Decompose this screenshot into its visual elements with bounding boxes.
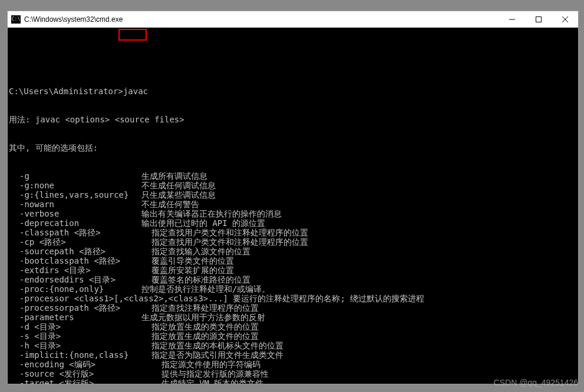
option-line: -extdirs <目录> 覆盖所安装扩展的位置: [9, 265, 577, 275]
option-line: -nowarn不生成任何警告: [9, 200, 577, 209]
option-name: -processorpath <路径>: [9, 303, 141, 313]
minimize-button[interactable]: [499, 11, 525, 27]
option-line: -parameters生成元数据以用于方法参数的反射: [9, 313, 577, 322]
window-title: C:\Windows\system32\cmd.exe: [24, 15, 499, 24]
prompt-line: C:\Users\Administrator>javac: [9, 87, 577, 96]
app-icon: C:\: [11, 15, 21, 24]
option-line: -endorseddirs <目录> 覆盖签名的标准路径的位置: [9, 275, 577, 284]
option-desc: 指定放置生成的源文件的位置: [141, 331, 259, 341]
option-name: -proc:{none,only}: [9, 284, 141, 294]
watermark-text: CSDN @qq_49251426: [494, 378, 578, 387]
option-line: -deprecation输出使用已过时的 API 的源位置: [9, 218, 577, 228]
option-name: -verbose: [9, 209, 141, 218]
option-line: -s <目录> 指定放置生成的源文件的位置: [9, 331, 577, 341]
option-name: -endorseddirs <目录>: [9, 275, 141, 284]
option-name: -implicit:{none,class}: [9, 350, 141, 360]
option-name: -sourcepath <路径>: [9, 247, 141, 256]
blank-line: [9, 58, 577, 68]
option-line: -target <发行版> 生成特定 VM 版本的类文件: [9, 378, 577, 384]
option-desc: 输出有关编译器正在执行的操作的消息: [141, 209, 282, 218]
option-line: -cp <路径> 指定查找用户类文件和注释处理程序的位置: [9, 237, 577, 247]
option-name: -cp <路径>: [9, 237, 141, 247]
option-desc: 指定查找输入源文件的位置: [141, 247, 250, 256]
option-desc: 生成元数据以用于方法参数的反射: [141, 313, 265, 322]
option-name: -deprecation: [9, 218, 141, 228]
command-text: javac: [123, 87, 148, 96]
option-desc: 控制是否执行注释处理和/或编译。: [141, 284, 270, 294]
option-name: -target <发行版>: [9, 378, 141, 384]
option-line: -d <目录> 指定放置生成的类文件的位置: [9, 322, 577, 331]
option-desc: 指定查找用户类文件和注释处理程序的位置: [141, 228, 308, 237]
option-name: -nowarn: [9, 200, 141, 209]
window-controls: [499, 11, 578, 27]
option-name: -d <目录>: [9, 322, 141, 331]
option-name: -classpath <路径>: [9, 228, 141, 237]
option-name: -bootclasspath <路径>: [9, 256, 141, 265]
option-line: -processorpath <路径> 指定查找注释处理程序的位置: [9, 303, 577, 313]
option-name: -g: [9, 171, 141, 181]
option-name: -g:none: [9, 181, 141, 190]
option-line: -sourcepath <路径> 指定查找输入源文件的位置: [9, 247, 577, 256]
option-name: -encoding <编码>: [9, 360, 141, 369]
usage-line: 用法: javac <options> <source files>: [9, 115, 577, 124]
option-text: -processor <class1>[,<class2>,<class3>..…: [9, 294, 424, 303]
option-line: -g:{lines,vars,source}只生成某些调试信息: [9, 190, 577, 200]
option-line: -bootclasspath <路径> 覆盖引导类文件的位置: [9, 256, 577, 265]
titlebar[interactable]: C:\ C:\Windows\system32\cmd.exe: [8, 11, 578, 28]
option-desc: 只生成某些调试信息: [141, 190, 216, 200]
option-desc: 指定是否为隐式引用文件生成类文件: [141, 350, 283, 360]
option-desc: 提供与指定发行版的源兼容性: [141, 369, 269, 378]
option-name: -source <发行版>: [9, 369, 141, 378]
option-desc: 覆盖引导类文件的位置: [141, 256, 234, 265]
option-line: -h <目录> 指定放置生成的本机标头文件的位置: [9, 341, 577, 350]
option-desc: 输出使用已过时的 API 的源位置: [141, 218, 265, 228]
prompt-text: C:\Users\Administrator>: [9, 87, 123, 96]
option-line: -proc:{none,only}控制是否执行注释处理和/或编译。: [9, 284, 577, 294]
option-line: -verbose输出有关编译器正在执行的操作的消息: [9, 209, 577, 218]
option-desc: 不生成任何调试信息: [141, 181, 216, 190]
options-list: -g生成所有调试信息-g:none不生成任何调试信息-g:{lines,vars…: [9, 171, 577, 384]
option-line: -classpath <路径> 指定查找用户类文件和注释处理程序的位置: [9, 228, 577, 237]
option-name: -s <目录>: [9, 331, 141, 341]
option-desc: 覆盖签名的标准路径的位置: [141, 275, 250, 284]
option-desc: 生成特定 VM 版本的类文件: [141, 378, 263, 384]
close-button[interactable]: [552, 11, 578, 27]
option-line: -source <发行版> 提供与指定发行版的源兼容性: [9, 369, 577, 378]
option-desc: 指定放置生成的类文件的位置: [141, 322, 259, 331]
svg-rect-1: [536, 16, 541, 22]
maximize-button[interactable]: [525, 11, 552, 27]
option-line: -processor <class1>[,<class2>,<class3>..…: [9, 294, 577, 303]
option-name: -parameters: [9, 313, 141, 322]
option-line: -g生成所有调试信息: [9, 171, 577, 181]
option-line: -implicit:{none,class} 指定是否为隐式引用文件生成类文件: [9, 350, 577, 360]
option-desc: 指定源文件使用的字符编码: [141, 360, 260, 369]
where-line: 其中, 可能的选项包括:: [9, 143, 577, 152]
cmd-window: C:\ C:\Windows\system32\cmd.exe C:\Users…: [7, 11, 579, 384]
option-desc: 指定查找用户类文件和注释处理程序的位置: [141, 237, 308, 247]
option-name: -extdirs <目录>: [9, 265, 141, 275]
highlight-annotation: [118, 29, 147, 41]
option-line: -g:none不生成任何调试信息: [9, 181, 577, 190]
option-desc: 不生成任何警告: [141, 200, 199, 209]
option-name: -g:{lines,vars,source}: [9, 190, 141, 200]
option-desc: 指定放置生成的本机标头文件的位置: [141, 341, 283, 350]
terminal-output[interactable]: C:\Users\Administrator>javac 用法: javac <…: [8, 28, 578, 384]
option-desc: 覆盖所安装扩展的位置: [141, 265, 234, 275]
option-desc: 指定查找注释处理程序的位置: [141, 303, 259, 313]
option-desc: 生成所有调试信息: [141, 171, 207, 181]
option-name: -h <目录>: [9, 341, 141, 350]
option-line: -encoding <编码> 指定源文件使用的字符编码: [9, 360, 577, 369]
